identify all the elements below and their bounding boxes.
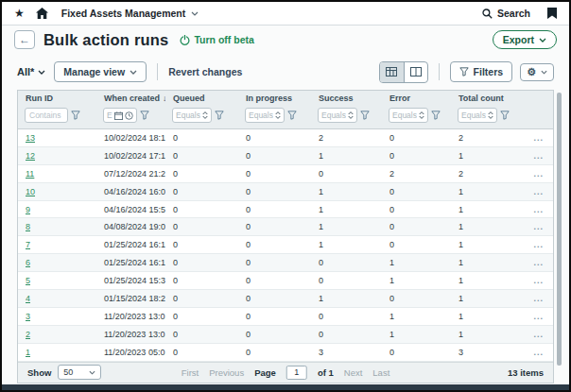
date-filter-box[interactable]: E — [103, 108, 137, 123]
row-actions-button[interactable]: ... — [533, 151, 544, 161]
column-header-run-id[interactable]: Run ID — [18, 94, 96, 103]
cell-actions: ... — [514, 169, 553, 179]
vertical-scrollbar[interactable] — [557, 93, 562, 366]
cell-actions: ... — [514, 258, 553, 267]
toolbar-divider — [439, 63, 440, 80]
bookmark-icon[interactable] — [547, 8, 557, 19]
run-id-link[interactable]: 13 — [26, 133, 35, 143]
run-id-link[interactable]: 7 — [26, 240, 30, 249]
column-header-when-created[interactable]: When created↓ — [96, 94, 165, 103]
cell-success: 1 — [311, 222, 382, 231]
column-header-success[interactable]: Success — [311, 94, 382, 103]
run-id-link[interactable]: 8 — [26, 222, 30, 231]
calendar-icon[interactable] — [114, 111, 123, 120]
queued-filter-select[interactable]: Equals — [172, 108, 212, 123]
run-id-link[interactable]: 4 — [26, 294, 30, 303]
cell-total-count: 1 — [451, 276, 514, 285]
home-icon[interactable] — [36, 8, 48, 19]
row-actions-button[interactable]: ... — [533, 169, 544, 179]
filter-cell-when-created: E — [96, 108, 165, 123]
page-size-select[interactable]: 50 — [58, 365, 101, 380]
run-id-link[interactable]: 2 — [26, 330, 30, 339]
in-progress-filter-select[interactable]: Equals — [245, 108, 285, 123]
next-page-button[interactable]: Next — [344, 367, 363, 378]
run-id-link[interactable]: 6 — [26, 258, 30, 267]
previous-page-button[interactable]: Previous — [209, 367, 244, 378]
filter-funnel-icon[interactable] — [140, 111, 149, 120]
first-page-button[interactable]: First — [182, 367, 199, 378]
filters-button[interactable]: Filters — [450, 61, 513, 82]
clock-icon[interactable] — [125, 111, 133, 120]
success-filter-select[interactable]: Equals — [318, 108, 357, 123]
run-id-link[interactable]: 9 — [26, 205, 30, 214]
filter-funnel-icon[interactable] — [431, 111, 441, 120]
cell-success: 0 — [311, 169, 382, 179]
filter-funnel-icon[interactable] — [287, 111, 297, 120]
row-actions-button[interactable]: ... — [533, 133, 544, 143]
column-header-queued[interactable]: Queued — [165, 94, 238, 103]
search-button[interactable]: Search — [482, 8, 530, 19]
cell-run-id: 1 — [18, 348, 96, 357]
panel-view-toggle[interactable] — [404, 62, 427, 82]
last-page-button[interactable]: Last — [372, 367, 389, 378]
table-row: 12 10/02/2024 17:1... 0 0 1 0 1 ... — [18, 147, 553, 165]
topbar-right: Search — [482, 8, 557, 19]
cell-when-created: 11/20/2023 05:0... — [96, 348, 165, 357]
cell-actions: ... — [514, 312, 553, 321]
table-row: 10 04/16/2024 16:0... 0 0 1 0 1 ... — [18, 183, 553, 201]
run-id-link[interactable]: 1 — [26, 348, 30, 357]
settings-button[interactable]: ⚙ — [520, 63, 554, 81]
run-id-link[interactable]: 3 — [26, 312, 30, 321]
run-id-link[interactable]: 12 — [26, 151, 35, 161]
filter-funnel-icon[interactable] — [360, 111, 370, 120]
table-row: 13 10/02/2024 18:1... 0 0 2 0 2 ... — [18, 129, 553, 147]
cell-run-id: 13 — [18, 133, 96, 143]
filter-funnel-icon[interactable] — [215, 111, 224, 120]
run-id-filter-input[interactable] — [25, 108, 68, 123]
filter-funnel-icon[interactable] — [71, 111, 80, 120]
row-actions-button[interactable]: ... — [533, 348, 544, 357]
grid-view-toggle[interactable] — [380, 62, 404, 82]
row-actions-button[interactable]: ... — [533, 187, 544, 196]
run-id-link[interactable]: 5 — [26, 276, 30, 285]
cell-total-count: 1 — [451, 151, 514, 161]
error-filter-select[interactable]: Equals — [389, 108, 428, 123]
cell-when-created: 10/02/2024 17:1... — [96, 151, 165, 161]
total-count-filter-select[interactable]: Equals — [458, 108, 497, 123]
back-button[interactable]: ← — [14, 30, 35, 49]
chevron-down-icon — [130, 70, 137, 75]
run-id-link[interactable]: 10 — [26, 187, 35, 196]
cell-success: 1 — [311, 187, 382, 196]
favorites-star-icon[interactable]: ★ — [14, 8, 25, 19]
column-header-in-progress[interactable]: In progress — [238, 94, 311, 103]
cell-error: 1 — [382, 330, 451, 339]
cell-queued: 0 — [165, 169, 238, 179]
cell-total-count: 1 — [451, 312, 514, 321]
gear-icon: ⚙ — [527, 67, 536, 77]
turn-off-beta-link[interactable]: Turn off beta — [180, 34, 253, 45]
row-actions-button[interactable]: ... — [533, 205, 544, 214]
cell-total-count: 2 — [451, 133, 514, 143]
row-actions-button[interactable]: ... — [533, 276, 544, 285]
filter-cell-error: Equals — [382, 108, 451, 123]
cell-when-created: 01/25/2024 16:1... — [96, 240, 165, 249]
row-actions-button[interactable]: ... — [533, 330, 544, 339]
column-header-total-count[interactable]: Total count — [451, 94, 514, 103]
filter-funnel-icon[interactable] — [500, 111, 510, 120]
manage-view-button[interactable]: Manage view — [54, 61, 147, 82]
cell-queued: 0 — [165, 133, 238, 143]
row-actions-button[interactable]: ... — [533, 258, 544, 267]
export-button[interactable]: Export — [493, 30, 557, 49]
run-id-link[interactable]: 11 — [26, 169, 34, 179]
column-header-error[interactable]: Error — [382, 94, 451, 103]
cell-run-id: 7 — [18, 240, 96, 249]
revert-changes-link[interactable]: Revert changes — [168, 66, 242, 77]
row-actions-button[interactable]: ... — [533, 294, 544, 303]
app-switcher[interactable]: Fixed Assets Management — [61, 8, 199, 19]
view-selector[interactable]: All* — [17, 66, 45, 77]
row-actions-button[interactable]: ... — [533, 312, 544, 321]
app-window: ★ Fixed Assets Management Search ← Bulk … — [0, 0, 571, 392]
page-number-input[interactable] — [286, 366, 307, 380]
row-actions-button[interactable]: ... — [533, 222, 544, 231]
row-actions-button[interactable]: ... — [533, 240, 544, 249]
